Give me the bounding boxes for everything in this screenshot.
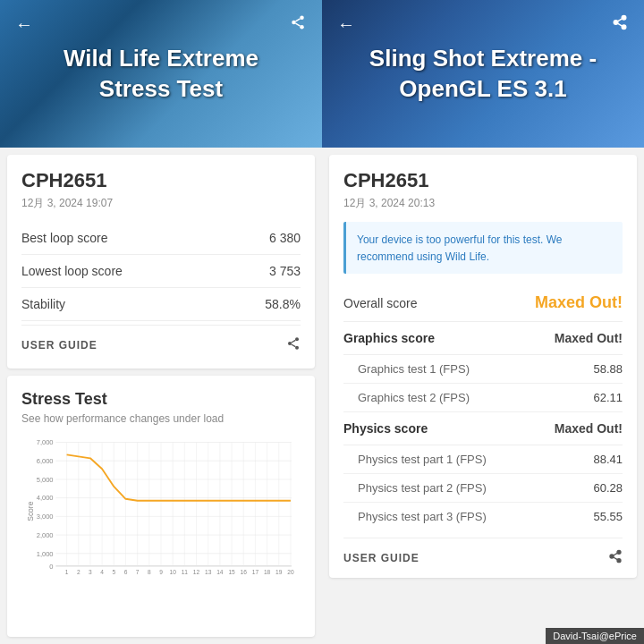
watermark: David-Tsai@ePrice: [546, 628, 644, 644]
svg-point-7: [295, 346, 299, 350]
svg-text:4: 4: [100, 569, 104, 575]
share-icon-right: [612, 14, 628, 35]
svg-text:12: 12: [193, 569, 200, 575]
left-share-button[interactable]: [284, 11, 311, 38]
svg-point-72: [617, 550, 621, 554]
svg-text:0: 0: [49, 563, 53, 571]
physics-test-3-row: Physics test part 3 (FPS) 55.55: [343, 503, 623, 530]
svg-text:5,000: 5,000: [37, 476, 54, 484]
best-loop-label: Best loop score: [21, 231, 108, 245]
graphics-test-2-value: 62.11: [593, 391, 623, 404]
left-header-bg: Wild Life Extreme Stress Test: [0, 0, 322, 148]
stability-row: Stability 58.8%: [21, 288, 301, 321]
svg-point-2: [300, 25, 304, 30]
svg-text:3: 3: [89, 569, 92, 575]
svg-text:3,000: 3,000: [37, 513, 54, 521]
right-header-bg: Sling Shot Extreme - OpenGL ES 3.1: [322, 0, 644, 148]
svg-text:18: 18: [264, 569, 271, 575]
svg-text:6: 6: [124, 569, 128, 575]
svg-point-67: [622, 15, 626, 20]
svg-text:20: 20: [287, 569, 294, 575]
svg-line-76: [614, 553, 618, 555]
svg-line-75: [614, 557, 618, 560]
best-loop-value: 6 380: [269, 231, 301, 245]
svg-text:Score: Score: [26, 501, 35, 521]
left-back-button[interactable]: ←: [11, 11, 38, 38]
graphics-test-2-label: Graphics test 2 (FPS): [358, 391, 470, 404]
svg-point-1: [292, 20, 296, 24]
svg-point-0: [300, 15, 304, 20]
svg-line-8: [292, 344, 296, 347]
physics-test-3-value: 55.55: [593, 510, 623, 523]
overall-score-row: Overall score Maxed Out!: [343, 284, 623, 322]
overall-value: Maxed Out!: [535, 293, 623, 312]
svg-line-70: [617, 23, 622, 26]
stress-test-subtitle: See how performance changes under load: [21, 412, 301, 425]
svg-point-69: [622, 25, 626, 30]
right-panel: Sling Shot Extreme - OpenGL ES 3.1 ← CPH…: [322, 0, 644, 644]
back-icon-right: ←: [337, 14, 355, 35]
right-device-name: CPH2651: [343, 169, 623, 192]
svg-text:1: 1: [65, 569, 69, 575]
back-icon: ←: [15, 14, 33, 35]
svg-text:2: 2: [77, 569, 80, 575]
svg-text:5: 5: [112, 569, 115, 575]
physics-test-1-label: Physics test part 1 (FPS): [358, 453, 487, 466]
svg-text:2,000: 2,000: [37, 531, 54, 539]
physics-score-row: Physics score Maxed Out!: [343, 412, 623, 445]
svg-line-4: [295, 18, 300, 21]
right-back-button[interactable]: ←: [333, 11, 360, 38]
svg-text:11: 11: [182, 569, 189, 575]
stress-test-title: Stress Test: [21, 390, 301, 409]
svg-point-68: [614, 20, 618, 24]
svg-text:15: 15: [228, 569, 235, 575]
left-header-title: Wild Life Extreme Stress Test: [0, 26, 322, 123]
lowest-loop-label: Lowest loop score: [21, 264, 123, 278]
graphics-score-label: Graphics score: [343, 331, 435, 345]
graphics-score-row: Graphics score Maxed Out!: [343, 322, 623, 355]
svg-point-74: [617, 559, 621, 563]
overall-label: Overall score: [343, 296, 417, 310]
svg-text:16: 16: [241, 569, 248, 575]
share-icon-left: [290, 14, 306, 35]
svg-text:7: 7: [136, 569, 140, 575]
graphics-test-1-label: Graphics test 1 (FPS): [358, 362, 470, 376]
left-user-guide-row: USER GUIDE: [21, 325, 301, 354]
graphics-test-2-row: Graphics test 2 (FPS) 62.11: [343, 384, 623, 412]
svg-text:6,000: 6,000: [37, 457, 54, 465]
right-user-guide-label[interactable]: USER GUIDE: [343, 552, 419, 564]
left-user-guide-label[interactable]: USER GUIDE: [21, 339, 97, 352]
svg-text:4,000: 4,000: [37, 494, 54, 502]
chart-svg: Score 7,000 6,000 5,000 4,000 3,000 2,00…: [21, 436, 301, 579]
info-text: Your device is too powerful for this tes…: [357, 233, 562, 263]
physics-test-3-label: Physics test part 3 (FPS): [358, 510, 487, 523]
physics-test-1-row: Physics test part 1 (FPS) 88.41: [343, 445, 623, 474]
right-device-card: CPH2651 12月 3, 2024 20:13 Your device is…: [329, 155, 637, 578]
left-user-guide-share[interactable]: [286, 336, 301, 354]
svg-line-3: [295, 23, 300, 26]
svg-line-71: [617, 18, 622, 21]
left-device-name: CPH2651: [21, 169, 301, 192]
svg-point-5: [295, 337, 299, 341]
graphics-score-value: Maxed Out!: [555, 331, 623, 345]
svg-line-9: [292, 340, 296, 343]
svg-point-6: [288, 342, 292, 345]
left-device-card: CPH2651 12月 3, 2024 19:07 Best loop scor…: [7, 155, 315, 369]
left-device-date: 12月 3, 2024 19:07: [21, 196, 301, 211]
right-share-button[interactable]: [606, 11, 633, 38]
right-device-date: 12月 3, 2024 20:13: [343, 196, 623, 211]
left-header: Wild Life Extreme Stress Test ←: [0, 0, 322, 148]
physics-test-1-value: 88.41: [593, 453, 623, 466]
lowest-loop-row: Lowest loop score 3 753: [21, 255, 301, 288]
physics-score-label: Physics score: [343, 421, 428, 436]
svg-text:1,000: 1,000: [37, 550, 54, 558]
svg-text:13: 13: [205, 569, 212, 575]
physics-test-2-label: Physics test part 2 (FPS): [358, 481, 487, 495]
info-box: Your device is too powerful for this tes…: [343, 222, 623, 274]
svg-text:9: 9: [159, 569, 163, 575]
right-user-guide-share[interactable]: [608, 549, 623, 567]
lowest-loop-value: 3 753: [269, 264, 301, 278]
physics-test-2-row: Physics test part 2 (FPS) 60.28: [343, 474, 623, 503]
stress-chart: Score 7,000 6,000 5,000 4,000 3,000 2,00…: [21, 436, 301, 579]
svg-text:19: 19: [275, 569, 283, 575]
